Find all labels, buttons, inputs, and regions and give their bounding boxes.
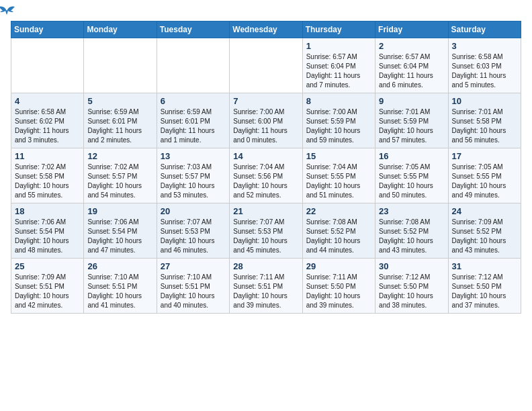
day-detail: Sunrise: 7:10 AM Sunset: 5:51 PM Dayligh… [161,273,226,310]
day-cell: 11Sunrise: 7:02 AM Sunset: 5:58 PM Dayli… [11,148,84,203]
day-detail: Sunrise: 7:11 AM Sunset: 5:50 PM Dayligh… [306,273,371,310]
day-cell: 6Sunrise: 6:59 AM Sunset: 6:01 PM Daylig… [157,93,229,148]
day-number: 17 [452,151,517,161]
week-row-2: 4Sunrise: 6:58 AM Sunset: 6:02 PM Daylig… [11,93,521,148]
day-cell: 14Sunrise: 7:04 AM Sunset: 5:56 PM Dayli… [230,148,302,203]
day-cell: 19Sunrise: 7:06 AM Sunset: 5:54 PM Dayli… [84,203,157,259]
day-detail: Sunrise: 7:07 AM Sunset: 5:53 PM Dayligh… [161,218,226,255]
day-number: 31 [452,261,517,271]
day-number: 22 [306,206,371,216]
day-detail: Sunrise: 7:12 AM Sunset: 5:50 PM Dayligh… [379,273,444,310]
day-number: 26 [87,261,152,271]
day-detail: Sunrise: 6:58 AM Sunset: 6:03 PM Dayligh… [452,52,517,90]
day-cell: 20Sunrise: 7:07 AM Sunset: 5:53 PM Dayli… [157,203,229,259]
day-number: 27 [161,261,226,271]
day-cell: 28Sunrise: 7:11 AM Sunset: 5:51 PM Dayli… [230,259,302,314]
day-cell: 1Sunrise: 6:57 AM Sunset: 6:04 PM Daylig… [302,38,375,93]
day-cell: 29Sunrise: 7:11 AM Sunset: 5:50 PM Dayli… [302,259,375,314]
day-detail: Sunrise: 7:04 AM Sunset: 5:56 PM Dayligh… [233,163,298,200]
days-of-week-row: SundayMondayTuesdayWednesdayThursdayFrid… [11,21,521,38]
day-detail: Sunrise: 7:03 AM Sunset: 5:57 PM Dayligh… [161,163,226,200]
day-cell: 13Sunrise: 7:03 AM Sunset: 5:57 PM Dayli… [157,148,229,203]
day-number: 16 [379,151,444,161]
day-cell [230,38,302,93]
day-detail: Sunrise: 6:57 AM Sunset: 6:04 PM Dayligh… [379,52,444,90]
day-number: 23 [379,206,444,216]
day-cell: 9Sunrise: 7:01 AM Sunset: 5:59 PM Daylig… [375,93,448,148]
day-header-thursday: Thursday [302,21,375,38]
day-cell: 22Sunrise: 7:08 AM Sunset: 5:52 PM Dayli… [302,203,375,259]
day-detail: Sunrise: 6:58 AM Sunset: 6:02 PM Dayligh… [15,107,80,145]
day-cell: 2Sunrise: 6:57 AM Sunset: 6:04 PM Daylig… [375,38,448,93]
day-detail: Sunrise: 7:02 AM Sunset: 5:57 PM Dayligh… [87,163,152,200]
day-detail: Sunrise: 6:59 AM Sunset: 6:01 PM Dayligh… [161,107,226,145]
day-cell [84,38,157,93]
day-detail: Sunrise: 7:08 AM Sunset: 5:52 PM Dayligh… [379,218,444,255]
day-cell: 26Sunrise: 7:10 AM Sunset: 5:51 PM Dayli… [84,259,157,314]
day-number: 24 [452,206,517,216]
day-detail: Sunrise: 7:08 AM Sunset: 5:52 PM Dayligh… [306,218,371,255]
day-detail: Sunrise: 7:01 AM Sunset: 5:59 PM Dayligh… [379,107,444,145]
logo-bird-icon [0,4,16,17]
day-header-sunday: Sunday [11,21,84,38]
day-cell: 12Sunrise: 7:02 AM Sunset: 5:57 PM Dayli… [84,148,157,203]
day-cell: 7Sunrise: 7:00 AM Sunset: 6:00 PM Daylig… [230,93,302,148]
day-number: 2 [379,41,444,51]
day-cell: 10Sunrise: 7:01 AM Sunset: 5:58 PM Dayli… [448,93,521,148]
week-row-3: 11Sunrise: 7:02 AM Sunset: 5:58 PM Dayli… [11,148,521,203]
day-detail: Sunrise: 7:01 AM Sunset: 5:58 PM Dayligh… [452,107,517,145]
day-number: 1 [306,41,371,51]
day-cell: 31Sunrise: 7:12 AM Sunset: 5:50 PM Dayli… [448,259,521,314]
day-number: 20 [161,206,226,216]
day-cell: 24Sunrise: 7:09 AM Sunset: 5:52 PM Dayli… [448,203,521,259]
day-number: 21 [233,206,298,216]
day-number: 12 [87,151,152,161]
day-cell: 8Sunrise: 7:00 AM Sunset: 5:59 PM Daylig… [302,93,375,148]
page-header [11,11,521,14]
day-detail: Sunrise: 7:00 AM Sunset: 5:59 PM Dayligh… [306,107,371,145]
day-cell: 18Sunrise: 7:06 AM Sunset: 5:54 PM Dayli… [11,203,84,259]
day-detail: Sunrise: 7:02 AM Sunset: 5:58 PM Dayligh… [15,163,80,200]
day-number: 6 [161,96,226,106]
calendar-header: SundayMondayTuesdayWednesdayThursdayFrid… [11,21,521,38]
day-detail: Sunrise: 7:11 AM Sunset: 5:51 PM Dayligh… [233,273,298,310]
day-detail: Sunrise: 7:06 AM Sunset: 5:54 PM Dayligh… [87,218,152,255]
day-number: 29 [306,261,371,271]
day-number: 10 [452,96,517,106]
day-number: 3 [452,41,517,51]
day-number: 9 [379,96,444,106]
day-number: 18 [15,206,80,216]
day-number: 28 [233,261,298,271]
day-cell: 30Sunrise: 7:12 AM Sunset: 5:50 PM Dayli… [375,259,448,314]
day-number: 11 [15,151,80,161]
day-detail: Sunrise: 7:00 AM Sunset: 6:00 PM Dayligh… [233,107,298,145]
day-cell: 17Sunrise: 7:05 AM Sunset: 5:55 PM Dayli… [448,148,521,203]
day-number: 13 [161,151,226,161]
day-cell: 25Sunrise: 7:09 AM Sunset: 5:51 PM Dayli… [11,259,84,314]
day-detail: Sunrise: 7:04 AM Sunset: 5:55 PM Dayligh… [306,163,371,200]
day-number: 8 [306,96,371,106]
day-detail: Sunrise: 7:05 AM Sunset: 5:55 PM Dayligh… [452,163,517,200]
day-number: 5 [87,96,152,106]
day-detail: Sunrise: 6:59 AM Sunset: 6:01 PM Dayligh… [87,107,152,145]
week-row-4: 18Sunrise: 7:06 AM Sunset: 5:54 PM Dayli… [11,203,521,259]
day-cell: 21Sunrise: 7:07 AM Sunset: 5:53 PM Dayli… [230,203,302,259]
day-detail: Sunrise: 7:06 AM Sunset: 5:54 PM Dayligh… [15,218,80,255]
day-number: 30 [379,261,444,271]
day-number: 25 [15,261,80,271]
day-detail: Sunrise: 7:05 AM Sunset: 5:55 PM Dayligh… [379,163,444,200]
week-row-5: 25Sunrise: 7:09 AM Sunset: 5:51 PM Dayli… [11,259,521,314]
day-number: 19 [87,206,152,216]
day-number: 7 [233,96,298,106]
day-cell [11,38,84,93]
day-detail: Sunrise: 7:09 AM Sunset: 5:52 PM Dayligh… [452,218,517,255]
day-cell: 3Sunrise: 6:58 AM Sunset: 6:03 PM Daylig… [448,38,521,93]
day-cell: 15Sunrise: 7:04 AM Sunset: 5:55 PM Dayli… [302,148,375,203]
day-header-saturday: Saturday [448,21,521,38]
calendar-table: SundayMondayTuesdayWednesdayThursdayFrid… [11,21,521,314]
day-cell [157,38,229,93]
calendar-body: 1Sunrise: 6:57 AM Sunset: 6:04 PM Daylig… [11,38,521,314]
day-cell: 23Sunrise: 7:08 AM Sunset: 5:52 PM Dayli… [375,203,448,259]
day-cell: 16Sunrise: 7:05 AM Sunset: 5:55 PM Dayli… [375,148,448,203]
day-header-monday: Monday [84,21,157,38]
